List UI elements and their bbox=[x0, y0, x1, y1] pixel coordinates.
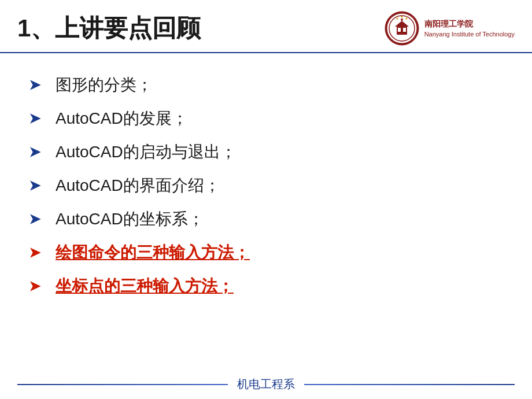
bullet-text: 图形的分类； bbox=[56, 74, 153, 96]
slide-header: 1、上讲要点回顾 bbox=[0, 0, 532, 53]
bullet-arrow-icon: ➤ bbox=[29, 110, 46, 127]
list-item: ➤ 图形的分类； bbox=[29, 71, 503, 99]
svg-point-10 bbox=[405, 18, 407, 20]
bullet-arrow-highlight-icon: ➤ bbox=[29, 245, 46, 261]
bullet-arrow-icon: ➤ bbox=[29, 144, 46, 160]
page-title: 1、上讲要点回顾 bbox=[17, 12, 201, 45]
svg-rect-4 bbox=[398, 28, 401, 32]
bullet-arrow-highlight-icon: ➤ bbox=[29, 278, 46, 294]
slide-footer: 机电工程系 bbox=[0, 370, 532, 399]
logo-cn-name: 南阳理工学院 bbox=[424, 19, 473, 29]
slide-container: 1、上讲要点回顾 bbox=[0, 0, 532, 399]
bullet-text: AutoCAD的坐标系； bbox=[56, 208, 204, 230]
list-item-highlight: ➤ 坐标点的三种输入方法； bbox=[29, 272, 503, 301]
svg-point-8 bbox=[396, 18, 398, 20]
list-item: ➤ AutoCAD的坐标系； bbox=[29, 205, 503, 234]
bullet-arrow-icon: ➤ bbox=[29, 211, 46, 227]
bullet-text-highlight: 绘图命令的三种输入方法； bbox=[56, 242, 250, 264]
bullet-text-highlight: 坐标点的三种输入方法； bbox=[56, 275, 234, 297]
list-item-highlight: ➤ 绘图命令的三种输入方法； bbox=[29, 238, 503, 267]
slide-content: ➤ 图形的分类； ➤ AutoCAD的发展； ➤ AutoCAD的启动与退出； … bbox=[0, 53, 532, 370]
list-item: ➤ AutoCAD的启动与退出； bbox=[29, 138, 503, 167]
svg-point-9 bbox=[401, 16, 402, 18]
svg-point-7 bbox=[401, 19, 403, 21]
bullet-arrow-icon: ➤ bbox=[29, 178, 46, 194]
logo-emblem-icon bbox=[384, 10, 420, 46]
list-item: ➤ AutoCAD的发展； bbox=[29, 104, 503, 133]
logo-area: 南阳理工学院 Nanyang Institute of Technology bbox=[384, 10, 515, 46]
list-item: ➤ AutoCAD的界面介绍； bbox=[29, 171, 503, 200]
bullet-text: AutoCAD的界面介绍； bbox=[56, 175, 220, 197]
logo-en-name: Nanyang Institute of Technology bbox=[424, 31, 515, 38]
bullet-text: AutoCAD的发展； bbox=[56, 108, 188, 130]
bullet-text: AutoCAD的启动与退出； bbox=[56, 141, 237, 163]
bullet-arrow-icon: ➤ bbox=[29, 77, 46, 93]
logo-text-area: 南阳理工学院 Nanyang Institute of Technology bbox=[424, 19, 515, 38]
footer-department: 机电工程系 bbox=[228, 376, 304, 392]
footer-line-left bbox=[17, 384, 254, 385]
footer-line-right bbox=[278, 384, 515, 385]
svg-rect-5 bbox=[403, 28, 406, 32]
